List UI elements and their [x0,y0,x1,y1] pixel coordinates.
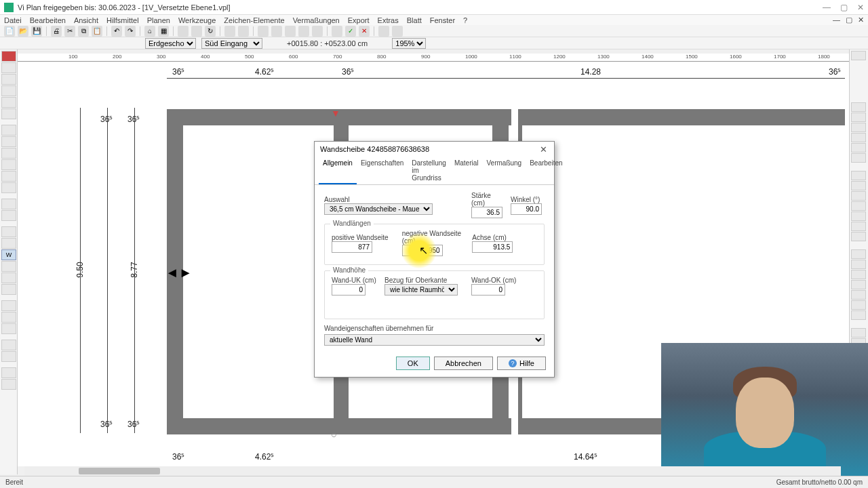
dialog-close-icon[interactable]: ✕ [538,144,549,155]
achse-input[interactable] [472,241,513,253]
bezug-select[interactable]: wie lichte Raumhöhe [384,284,458,296]
wandok-label: Wand-OK (cm) [471,277,519,284]
dialog-title: Wandscheibe 424858876638638 [320,145,429,153]
tab-vermassung[interactable]: Vermaßung [482,157,526,184]
tab-allgemein[interactable]: Allgemein [319,157,357,184]
cancel-button[interactable]: Abbrechen [434,357,493,370]
status-right: Gesamt brutto/netto 0.00 qm [776,479,863,486]
horizontal-scrollbar[interactable] [24,466,841,476]
achse-label: Achse (cm) [472,234,537,241]
neg-input[interactable] [402,245,443,256]
wandok-input[interactable] [471,284,505,296]
wandhoehe-title: Wandhöhe [330,266,368,274]
ueber-label: Wandeigenschaften übernehmen für [324,325,545,332]
ok-button[interactable]: OK [396,357,430,370]
wall-properties-dialog: Wandscheibe 424858876638638 ✕ Allgemein … [314,141,555,378]
tab-eigenschaften[interactable]: Eigenschaften [357,157,408,184]
winkel-label: Winkel (°) [511,196,545,203]
dialog-titlebar[interactable]: Wandscheibe 424858876638638 ✕ [315,142,554,157]
tab-bearbeiten[interactable]: Bearbeiten [526,157,566,184]
winkel-input[interactable] [511,203,542,215]
auswahl-select[interactable]: 36,5 cm Wandscheibe - Mauerwerk [324,203,433,215]
ueber-select[interactable]: aktuelle Wand [324,334,545,346]
webcam-overlay [661,343,868,476]
help-icon: ? [509,359,517,367]
staerke-input[interactable] [471,207,502,218]
help-button[interactable]: ?Hilfe [497,357,546,370]
wanduk-label: Wand-UK (cm) [332,277,379,284]
staerke-label: Stärke (cm) [471,192,505,207]
tab-material[interactable]: Material [450,157,483,184]
status-left: Bereit [5,479,23,486]
pos-input[interactable] [332,241,372,253]
wanduk-input[interactable] [332,284,366,296]
tab-darstellung[interactable]: Darstellung im Grundriss [408,157,450,184]
statusbar: Bereit Gesamt brutto/netto 0.00 qm [0,476,868,488]
pos-label: positive Wandseite [332,234,397,241]
dialog-tabs: Allgemein Eigenschaften Darstellung im G… [315,157,554,185]
scrollbar-thumb[interactable] [79,468,160,474]
auswahl-label: Auswahl [324,196,466,203]
wandlaengen-title: Wandlängen [330,220,374,227]
bezug-label: Bezug für Oberkante [384,277,466,284]
neg-label: negative Wandseite (cm) [402,230,467,245]
